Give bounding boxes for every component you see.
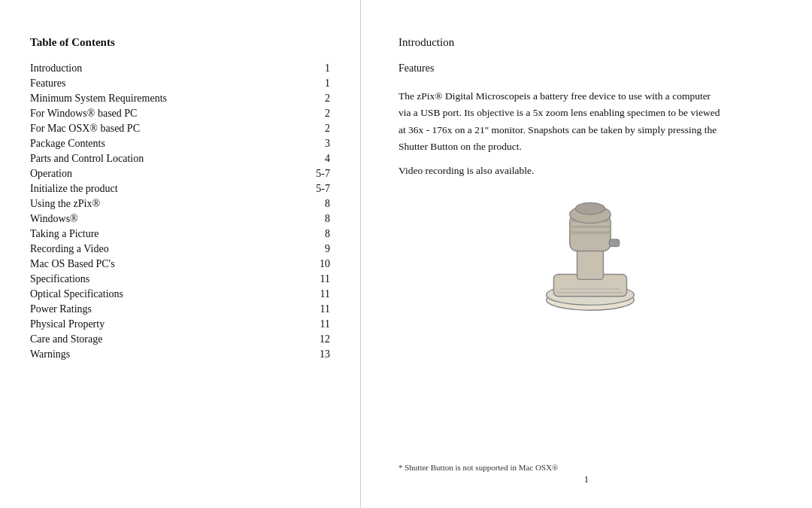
toc-row: Minimum System Requirements2 — [30, 91, 330, 106]
left-page: Table of Contents Introduction1Features1… — [0, 0, 361, 508]
toc-label: Physical Property — [30, 317, 300, 332]
intro-body-1: The zPix® Digital Microscopeis a battery… — [398, 88, 722, 155]
toc-label: Parts and Control Location — [30, 151, 300, 166]
svg-rect-10 — [609, 239, 620, 247]
toc-label: Mac OS Based PC's — [30, 257, 300, 272]
svg-rect-6 — [570, 226, 611, 229]
toc-row: Warnings13 — [30, 347, 330, 362]
toc-page: 4 — [300, 151, 330, 166]
toc-page: 8 — [300, 196, 330, 211]
toc-page: 13 — [300, 347, 330, 362]
toc-label: Taking a Picture — [30, 227, 300, 242]
toc-label: Operation — [30, 166, 300, 181]
toc-row: Using the zPix®8 — [30, 196, 330, 211]
toc-page: 10 — [300, 257, 330, 272]
toc-page: 3 — [300, 136, 330, 151]
toc-row: For Mac OSX® based PC2 — [30, 121, 330, 136]
toc-label: For Windows® based PC — [30, 106, 300, 121]
toc-label: Minimum System Requirements — [30, 91, 300, 106]
toc-page: 11 — [300, 287, 330, 302]
right-page: Introduction Features The zPix® Digital … — [361, 0, 812, 508]
toc-row: Operation5-7 — [30, 166, 330, 181]
toc-label: Package Contents — [30, 136, 300, 151]
microscope-svg — [530, 187, 650, 315]
toc-table: Introduction1Features1Minimum System Req… — [30, 61, 330, 362]
microscope-illustration — [398, 187, 782, 315]
toc-row: Taking a Picture8 — [30, 227, 330, 242]
toc-row: For Windows® based PC2 — [30, 106, 330, 121]
toc-label: Initialize the product — [30, 181, 300, 196]
toc-page: 12 — [300, 332, 330, 347]
toc-label: For Mac OSX® based PC — [30, 121, 300, 136]
toc-label: Power Ratings — [30, 302, 300, 317]
toc-row: Initialize the product5-7 — [30, 181, 330, 196]
page-number: 1 — [584, 474, 589, 485]
intro-section-title: Introduction — [398, 36, 782, 49]
toc-label: Specifications — [30, 272, 300, 287]
toc-page: 9 — [300, 242, 330, 257]
toc-label: Using the zPix® — [30, 196, 300, 211]
toc-page: 2 — [300, 91, 330, 106]
toc-row: Package Contents3 — [30, 136, 330, 151]
toc-page: 2 — [300, 121, 330, 136]
features-label: Features — [398, 62, 782, 75]
toc-page: 11 — [300, 272, 330, 287]
toc-row: Parts and Control Location4 — [30, 151, 330, 166]
toc-row: Care and Storage12 — [30, 332, 330, 347]
footnote: * Shutter Button is not supported in Mac… — [398, 463, 558, 472]
toc-title: Table of Contents — [30, 36, 330, 49]
toc-row: Specifications11 — [30, 272, 330, 287]
toc-page: 8 — [300, 211, 330, 227]
intro-body-2: Video recording is also available. — [398, 163, 722, 179]
toc-row: Windows®8 — [30, 211, 330, 227]
toc-label: Features — [30, 76, 300, 91]
toc-label: Windows® — [30, 211, 300, 227]
svg-point-9 — [576, 203, 605, 215]
toc-label: Care and Storage — [30, 332, 300, 347]
toc-row: Features1 — [30, 76, 330, 91]
toc-row: Mac OS Based PC's10 — [30, 257, 330, 272]
toc-row: Physical Property11 — [30, 317, 330, 332]
toc-row: Power Ratings11 — [30, 302, 330, 317]
toc-row: Optical Specifications11 — [30, 287, 330, 302]
toc-page: 1 — [300, 61, 330, 76]
toc-row: Recording a Video9 — [30, 242, 330, 257]
toc-page: 1 — [300, 76, 330, 91]
svg-rect-7 — [570, 232, 611, 235]
toc-page: 8 — [300, 227, 330, 242]
toc-row: Introduction1 — [30, 61, 330, 76]
toc-label: Introduction — [30, 61, 300, 76]
toc-page: 5-7 — [300, 181, 330, 196]
toc-page: 11 — [300, 302, 330, 317]
toc-label: Recording a Video — [30, 242, 300, 257]
toc-label: Optical Specifications — [30, 287, 300, 302]
toc-page: 5-7 — [300, 166, 330, 181]
toc-page: 11 — [300, 317, 330, 332]
toc-label: Warnings — [30, 347, 300, 362]
toc-page: 2 — [300, 106, 330, 121]
